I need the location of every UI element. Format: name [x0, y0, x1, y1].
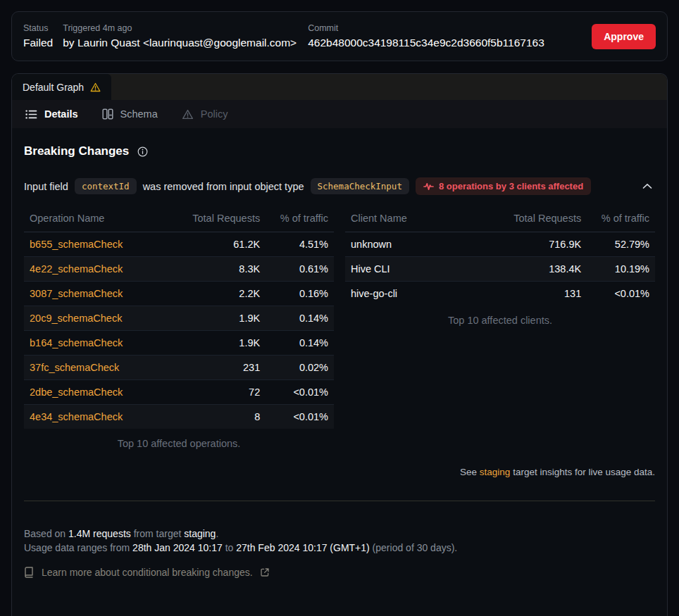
client-name: Hive CLI: [345, 257, 503, 282]
approve-button[interactable]: Approve: [592, 24, 656, 49]
cell-value: 52.79%: [587, 232, 655, 257]
cell-value: 2.2K: [182, 282, 266, 306]
cell-value: <0.01%: [266, 405, 334, 429]
warning-icon: [182, 109, 194, 120]
cell-value: 231: [182, 356, 266, 380]
operation-link[interactable]: b164_schemaCheck: [24, 331, 182, 356]
details-content: Breaking Changes Input field contextId w…: [12, 128, 667, 578]
operations-caption: Top 10 affected operations.: [24, 438, 334, 449]
operation-link[interactable]: 4e34_schemaCheck: [24, 405, 182, 429]
table-row: unknown716.9K52.79%: [345, 232, 655, 257]
external-link-icon: [261, 568, 269, 577]
change-text-middle: was removed from input object type: [143, 181, 304, 192]
cell-value: 10.19%: [587, 257, 655, 282]
usage-summary-line: Based on 1.4M requests from target stagi…: [24, 527, 655, 541]
cell-value: 0.14%: [266, 306, 334, 331]
graph-tab-label: Default Graph: [23, 82, 84, 93]
cell-value: 0.14%: [266, 331, 334, 356]
info-circle-icon[interactable]: [137, 146, 148, 157]
change-field-code: contextId: [75, 178, 137, 194]
table-row: 37fc_schemaCheck2310.02%: [24, 356, 334, 380]
columns-icon: [102, 108, 113, 120]
range-text: to: [223, 542, 236, 553]
target-name: staging: [184, 528, 216, 539]
tab-schema-label: Schema: [120, 108, 158, 120]
commit-block: Commit 462b48000c34198115c34e9c2d3660f5b…: [308, 23, 544, 49]
triggered-author: by Laurin Quast <laurinquast@googlemail.…: [63, 37, 297, 49]
breaking-change-row[interactable]: Input field contextId was removed from i…: [24, 177, 655, 195]
graph-tab-bar: Default Graph: [12, 74, 667, 100]
tab-policy[interactable]: Policy: [182, 108, 228, 120]
table-row: 2dbe_schemaCheck72<0.01%: [24, 380, 334, 405]
range-text: Usage data ranges from: [24, 542, 132, 553]
client-name: unknown: [345, 232, 503, 257]
learn-more-link[interactable]: Learn more about conditional breaking ch…: [24, 567, 655, 578]
cell-value: <0.01%: [587, 282, 655, 306]
cell-value: 716.9K: [503, 232, 587, 257]
list-icon: [25, 109, 37, 120]
cell-value: 61.2K: [182, 232, 266, 257]
cell-value: 8.3K: [182, 257, 266, 282]
column-header: % of traffic: [587, 204, 655, 232]
cell-value: 1.9K: [182, 306, 266, 331]
cell-value: 0.02%: [266, 356, 334, 380]
requests-count: 1.4M requests: [68, 528, 131, 539]
change-text-prefix: Input field: [24, 181, 68, 192]
table-row: 20c9_schemaCheck1.9K0.14%: [24, 306, 334, 331]
column-header: Client Name: [345, 204, 503, 232]
operation-link[interactable]: 3087_schemaCheck: [24, 282, 182, 306]
learn-more-label: Learn more about conditional breaking ch…: [42, 567, 253, 578]
tab-default-graph[interactable]: Default Graph: [12, 74, 111, 100]
status-value: Failed: [23, 37, 53, 49]
range-text: (period of 30 days).: [370, 542, 458, 553]
triggered-label: Triggered 4m ago: [63, 23, 297, 33]
book-icon: [24, 567, 34, 578]
chevron-up-icon[interactable]: [642, 183, 652, 189]
check-nav-tabs: Details Schema: [12, 100, 667, 128]
client-name: hive-go-cli: [345, 282, 503, 306]
insights-note-prefix: See: [460, 467, 480, 477]
schema-check-page: Status Failed Triggered 4m ago by Laurin…: [0, 0, 679, 616]
cell-value: 0.16%: [266, 282, 334, 306]
clients-column: Client NameTotal Requests% of traffic un…: [345, 204, 655, 449]
table-row: hive-go-cli131<0.01%: [345, 282, 655, 306]
cell-value: 138.4K: [503, 257, 587, 282]
cell-value: 131: [503, 282, 587, 306]
insights-note-suffix: target insights for live usage data.: [510, 467, 655, 477]
table-row: b655_schemaCheck61.2K4.51%: [24, 232, 334, 257]
warning-triangle-icon: [90, 82, 101, 92]
breaking-changes-heading: Breaking Changes: [24, 144, 655, 158]
column-header: Total Requests: [503, 204, 587, 232]
range-start-date: 28th Jan 2024 10:17: [132, 542, 223, 553]
summary-text: .: [216, 528, 218, 539]
operations-table: Operation NameTotal Requests% of traffic…: [24, 204, 334, 429]
operation-link[interactable]: 37fc_schemaCheck: [24, 356, 182, 380]
affected-operations-badge[interactable]: 8 operations by 3 clients affected: [416, 177, 591, 195]
change-type-code: SchemaCheckInput: [311, 178, 409, 194]
table-row: 4e34_schemaCheck8<0.01%: [24, 405, 334, 429]
tab-schema[interactable]: Schema: [102, 108, 158, 120]
cell-value: 8: [182, 405, 266, 429]
affected-badge-label: 8 operations by 3 clients affected: [439, 181, 583, 191]
footer-divider: [24, 501, 655, 501]
operations-column: Operation NameTotal Requests% of traffic…: [24, 204, 334, 449]
check-header-card: Status Failed Triggered 4m ago by Laurin…: [11, 11, 668, 61]
column-header: % of traffic: [266, 204, 334, 232]
operation-link[interactable]: 20c9_schemaCheck: [24, 306, 182, 331]
tab-policy-label: Policy: [201, 108, 228, 120]
usage-range-line: Usage data ranges from 28th Jan 2024 10:…: [24, 541, 655, 555]
clients-header-row: Client NameTotal Requests% of traffic: [345, 204, 655, 232]
table-row: 3087_schemaCheck2.2K0.16%: [24, 282, 334, 306]
summary-text: Based on: [24, 528, 68, 539]
operation-link[interactable]: 4e22_schemaCheck: [24, 257, 182, 282]
column-header: Operation Name: [24, 204, 182, 232]
status-block: Status Failed: [23, 23, 53, 49]
pulse-icon: [423, 182, 434, 191]
tab-details-label: Details: [44, 108, 78, 120]
tab-details[interactable]: Details: [25, 108, 78, 120]
operation-link[interactable]: b655_schemaCheck: [24, 232, 182, 257]
staging-link[interactable]: staging: [480, 467, 511, 477]
cell-value: 1.9K: [182, 331, 266, 356]
cell-value: 4.51%: [266, 232, 334, 257]
operation-link[interactable]: 2dbe_schemaCheck: [24, 380, 182, 405]
